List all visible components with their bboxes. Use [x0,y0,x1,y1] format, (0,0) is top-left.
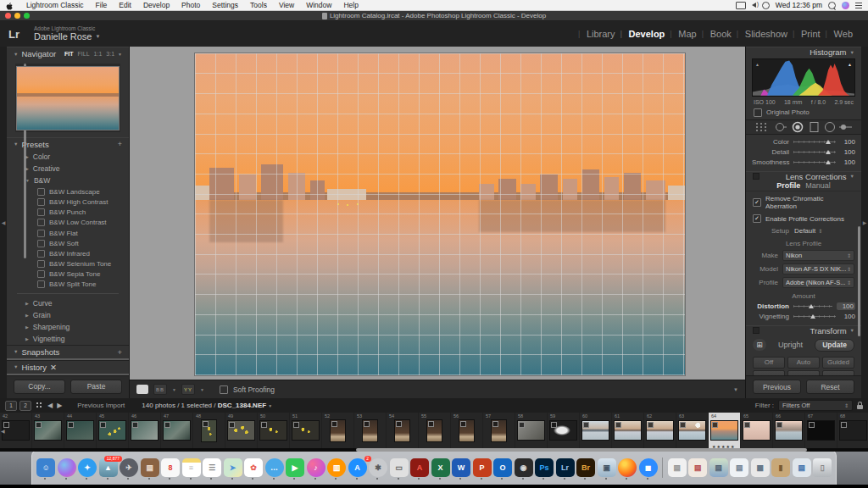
filmstrip-thumbnail[interactable]: 46 [129,413,161,450]
filmstrip-thumbnail[interactable]: 66 [773,413,805,450]
update-button[interactable]: Update [815,339,854,352]
thumbnail-image[interactable] [517,420,545,441]
lens-tab[interactable]: Manual [805,181,831,190]
menu-item[interactable]: Window [300,1,337,9]
screen-mirroring-icon[interactable] [736,2,746,9]
filmstrip-thumbnail[interactable]: 61 [612,413,644,450]
dock-app-icon[interactable]: W [452,458,470,477]
thumbnail-image[interactable] [614,420,642,441]
grid-view-icon[interactable] [36,402,43,409]
slider-value[interactable]: 100 [840,158,855,166]
filmstrip-scrollbar[interactable] [0,448,868,452]
navigator-thumbnail[interactable] [16,66,120,130]
shadow-clipping-icon[interactable]: ▲ [754,61,760,67]
thumbnail-image[interactable] [678,420,706,441]
siri-icon[interactable] [842,2,849,9]
preset-group[interactable]: ▶Grain [7,309,129,321]
checkbox-checked[interactable]: ✓ [753,214,761,223]
dock-app-icon[interactable]: Lr [556,458,575,477]
slider-track[interactable] [793,159,836,165]
next-photo-arrow[interactable]: ▶ [57,402,62,409]
identity-plate[interactable]: Danielle Rose▼ [34,32,100,42]
dock-app-icon[interactable]: ♪ [307,458,326,477]
chevron-down-icon[interactable]: ▼ [172,387,176,392]
thumbnail-image[interactable] [426,419,442,442]
filter-lock-icon[interactable] [857,405,863,409]
filmstrip-thumbnail[interactable]: 65 [741,413,773,450]
dock-app-icon[interactable]: ▤ [141,458,159,477]
menu-item[interactable]: View [273,1,300,9]
thumbnail-image[interactable] [227,420,255,441]
thumbnail-image[interactable] [2,420,30,441]
previous-import-label[interactable]: Previous Import [77,402,125,409]
preset-item[interactable]: B&W Sepia Tone [7,269,129,280]
filter-select[interactable]: Filters Off⇕ [778,400,853,411]
highlight-clipping-icon[interactable]: ▲ [847,61,853,67]
histogram[interactable]: ▲ ▲ [752,58,855,97]
thumbnail-image[interactable] [362,419,378,442]
menu-bar-clock[interactable]: Wed 12:36 pm [776,1,822,9]
dock-stack-icon[interactable]: ▤ [668,458,687,477]
dock-app-icon[interactable]: ▣ [598,458,616,477]
dock-app-icon[interactable]: ✿ [244,458,263,477]
secondary-display-button[interactable]: 1 [5,401,17,411]
zoom-menu-icon[interactable]: ▼ [118,52,122,57]
slider-track[interactable] [793,139,836,145]
slider-value[interactable]: 100 [840,313,855,320]
module-tab[interactable]: Library [580,29,622,39]
dock-app-icon[interactable]: 8 [161,458,180,477]
filmstrip-thumbnail[interactable]: 45 [97,413,129,450]
right-panel-scrollbar[interactable] [858,226,860,336]
checkbox-checked[interactable]: ✓ [753,198,761,207]
add-snapshot-button[interactable]: + [117,347,122,357]
menu-item[interactable]: Tools [244,1,273,9]
secondary-display-button[interactable]: 2 [19,401,31,411]
dock-app-icon[interactable]: ▶ [286,458,304,477]
dock-app-icon[interactable]: X [431,458,450,477]
thumbnail-image[interactable] [459,419,475,442]
dock-app-icon[interactable]: ▲ 12,877 [99,458,118,477]
filmstrip-thumbnail[interactable]: 58 [515,413,548,450]
photo-canvas[interactable] [195,53,685,375]
panel-switch-icon[interactable] [753,173,760,180]
preset-group[interactable]: ▶Vignetting [7,333,129,345]
spotlight-search-icon[interactable] [828,2,836,9]
before-after-split-button[interactable]: YY [181,384,195,395]
filmstrip-thumbnail[interactable]: 54 [387,413,419,450]
menu-extra-icon[interactable] [762,2,770,9]
thumbnail-image[interactable] [394,419,410,442]
histogram-header[interactable]: Histogram ▼ [746,47,861,57]
reset-button[interactable]: Reset [806,380,854,394]
menu-item[interactable]: Edit [113,1,137,9]
dock-app-icon[interactable]: P [473,458,492,477]
copy-button[interactable]: Copy... [14,380,65,394]
filmstrip-thumbnail[interactable]: 57 [483,413,515,450]
dock-app-icon[interactable]: A 2 [348,458,367,477]
clear-history-button[interactable]: ✕ [50,363,57,372]
dock-app-icon[interactable]: ☰ [203,458,221,477]
zoom-window-button[interactable] [24,13,30,19]
filmstrip-thumbnail[interactable]: 60 [580,413,612,450]
filmstrip-thumbnail[interactable]: 52 [322,413,354,450]
thumbnail-image[interactable] [330,419,346,442]
navigator-header[interactable]: ▼ Navigator FITFILL1:13:1 ▼ [7,47,129,60]
original-photo-checkbox[interactable] [754,108,762,117]
slider-thumb[interactable] [826,160,831,164]
thumbnail-image[interactable] [549,420,577,441]
upright-mode-button[interactable]: Auto [787,357,820,369]
lens-tab[interactable]: Profile [776,181,800,190]
dock-app-icon[interactable]: ◉ [515,458,533,477]
navigator-zoom-level[interactable]: 3:1 [106,51,114,57]
preset-item[interactable]: B&W Split Tone [7,280,129,290]
filmstrip-scroll-thumb[interactable] [356,448,807,452]
setup-select[interactable]: Default⇕ [794,227,822,235]
dock-app-icon[interactable]: ▥ [327,458,346,477]
filmstrip-scroll-left-icon[interactable]: ◀ [1,428,5,434]
menu-item[interactable]: File [90,1,114,9]
chevron-down-icon[interactable]: ▼ [200,387,204,392]
toolbar-options-icon[interactable]: ▼ [733,387,738,392]
selection-info[interactable]: 140 photos / 1 selected / DSC_1384.NEF ▼ [142,402,272,409]
thumbnail-image[interactable] [807,420,835,441]
slider-value[interactable]: 100 [840,138,855,146]
filmstrip-thumbnail[interactable]: 55 [419,413,451,450]
